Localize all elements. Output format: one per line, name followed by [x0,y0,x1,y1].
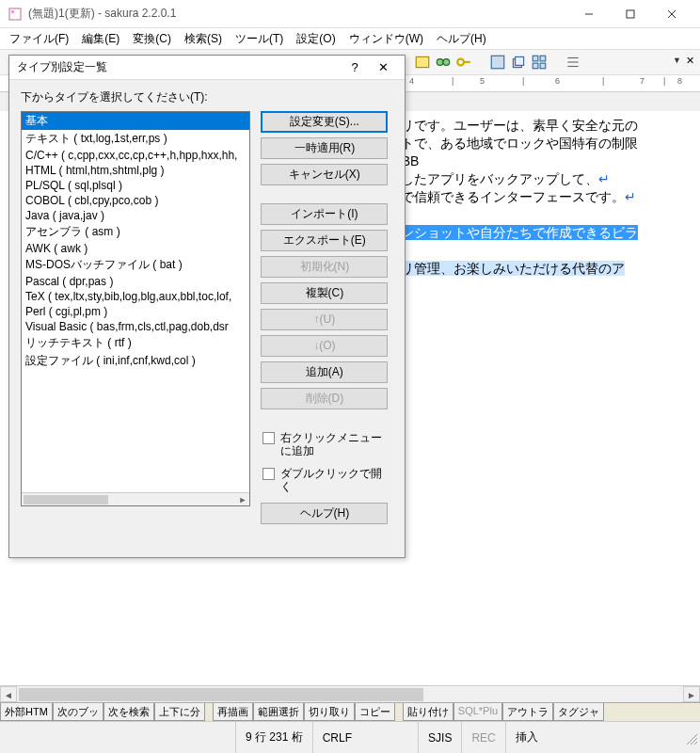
dclick-open-check[interactable]: ダブルクリックで開く [262,467,388,493]
list-item[interactable]: MS-DOSバッチファイル ( bat ) [22,256,249,274]
svg-rect-14 [533,56,538,61]
close-button[interactable] [651,1,692,27]
svg-line-22 [691,738,697,745]
list-icon[interactable] [565,54,581,71]
macro-tab[interactable]: 外部HTM [0,703,53,721]
settings-change-button[interactable]: 設定変更(S)... [261,111,388,133]
scroll-left-icon[interactable]: ◄ [0,686,17,702]
svg-line-23 [694,742,697,745]
list-item[interactable]: アセンブラ ( asm ) [22,223,249,241]
menu-item[interactable]: ヘルプ(H) [431,28,492,50]
statusbar: 9 行 231 桁 CRLF SJIS REC 挿入 [0,721,700,753]
dialog-prompt: 下からタイプを選択してください(T): [21,89,393,105]
checkbox-icon[interactable] [262,468,275,480]
list-item[interactable]: 基本 [22,112,249,130]
maximize-button[interactable] [610,1,651,27]
minimize-button[interactable] [568,1,610,27]
scroll-thumb[interactable] [24,495,108,505]
menubar: ファイル(F)編集(E)変換(C)検索(S)ツール(T)設定(O)ウィンドウ(W… [0,28,700,49]
status-position: 9 行 231 桁 [235,722,312,753]
svg-rect-13 [516,56,524,65]
list-item[interactable]: PL/SQL ( sql,plsql ) [22,178,249,193]
checkbox-icon[interactable] [262,432,275,444]
cancel-button[interactable]: キャンセル(X) [261,164,388,185]
svg-rect-15 [540,56,546,61]
list-item[interactable]: テキスト ( txt,log,1st,err,ps ) [22,130,249,148]
status-insert: 挿入 [505,722,548,753]
list-item[interactable]: Pascal ( dpr,pas ) [22,274,249,289]
list-item[interactable]: TeX ( tex,ltx,sty,bib,log,blg,aux,bbl,to… [22,289,249,304]
menu-item[interactable]: ファイル(F) [4,28,74,50]
list-item[interactable]: Perl ( cgi,pl,pm ) [22,304,249,319]
help-button[interactable]: ヘルプ(H) [261,503,388,524]
list-item[interactable]: リッチテキスト ( rtf ) [22,334,249,352]
stack-icon[interactable] [510,54,527,71]
list-item[interactable]: AWK ( awk ) [22,241,249,256]
macro-tabs: 外部HTM次のブッ次を検索上下に分再描画範囲選折切り取りコピー貼り付けSQL*P… [0,702,700,721]
binoculars-icon[interactable] [435,54,452,71]
dialog-help-button[interactable]: ? [341,60,369,74]
macro-tab[interactable]: コピー [355,703,395,721]
list-item[interactable]: 設定ファイル ( ini,inf,cnf,kwd,col ) [22,352,249,370]
add-button[interactable]: 追加(A) [261,361,388,383]
menu-item[interactable]: 変換(C) [127,28,177,50]
macro-tab[interactable]: タグジャ [553,703,604,721]
macro-tab[interactable]: 次のブッ [53,703,103,721]
move-down-button: ↓(O) [261,335,388,357]
move-up-button: ↑(U) [261,309,388,330]
editor-hscroll[interactable]: ◄ ► [0,685,700,702]
toolbar-close-icon[interactable]: ✕ [683,54,696,67]
list-item[interactable]: COBOL ( cbl,cpy,pco,cob ) [22,193,249,208]
menu-item[interactable]: 設定(O) [291,28,341,50]
macro-tab[interactable]: 切り取り [304,703,355,721]
init-button: 初期化(N) [261,256,388,278]
app-icon [8,7,23,22]
toolbar-dropdown-icon[interactable]: ▼ [673,56,681,65]
scroll-right-icon[interactable]: ► [236,493,249,506]
menu-item[interactable]: 編集(E) [76,28,125,50]
scroll-right-icon[interactable]: ► [683,686,700,702]
svg-rect-17 [540,63,546,69]
duplicate-button[interactable]: 複製(C) [261,282,388,304]
list-item[interactable]: HTML ( html,htm,shtml,plg ) [22,163,249,178]
dialog-close-button[interactable]: ✕ [369,60,397,74]
status-crlf: CRLF [312,722,361,753]
listbox-hscroll[interactable]: ◄ ► [22,492,249,505]
window-titlebar: (無題)1(更新) - sakura 2.2.0.1 [0,0,700,28]
menu-item[interactable]: ツール(T) [230,28,289,50]
macro-tab[interactable]: 再描画 [213,703,253,721]
svg-point-9 [457,59,464,66]
delete-button: 削除(D) [261,388,388,409]
scroll-thumb[interactable] [19,688,423,701]
import-button[interactable]: インポート(I) [261,203,388,225]
list-item[interactable]: Java ( java,jav ) [22,208,249,223]
menu-item[interactable]: 検索(S) [179,28,228,50]
export-button[interactable]: エクスポート(E) [261,230,388,251]
type-settings-dialog: タイプ別設定一覧 ? ✕ 下からタイプを選択してください(T): 基本テキスト … [8,55,406,558]
macro-tab[interactable]: 範囲選折 [253,703,304,721]
key-icon[interactable] [455,54,472,71]
dialog-titlebar: タイプ別設定一覧 ? ✕ [9,56,405,80]
list-item[interactable]: Visual Basic ( bas,frm,cls,ctl,pag,dob,d… [22,319,249,334]
type-listbox[interactable]: 基本テキスト ( txt,log,1st,err,ps )C/C++ ( c,c… [21,111,250,506]
macro-tab[interactable]: アウトラ [502,703,553,721]
status-encoding: SJIS [418,722,461,753]
macro-tab[interactable]: 次を検索 [103,703,154,721]
window-icon[interactable] [489,54,506,71]
svg-rect-16 [533,63,538,69]
toolbar-icon[interactable] [414,54,431,71]
list-item[interactable]: C/C++ ( c,cpp,cxx,cc,cp,c++,h,hpp,hxx,hh… [22,148,249,163]
svg-point-7 [437,59,443,66]
dialog-title: タイプ別設定一覧 [17,59,341,75]
macro-tab[interactable]: 上下に分 [154,703,205,721]
svg-rect-3 [627,10,634,18]
macro-tab[interactable]: SQL*Plu [453,703,502,721]
resize-grip-icon[interactable] [683,730,698,745]
grid-icon[interactable] [531,54,548,71]
svg-rect-6 [416,56,429,67]
svg-rect-11 [491,56,504,69]
menu-item[interactable]: ウィンドウ(W) [343,28,429,50]
macro-tab[interactable]: 貼り付け [403,703,453,721]
rclick-menu-check[interactable]: 右クリックメニューに追加 [262,431,388,457]
temp-apply-button[interactable]: 一時適用(R) [261,137,388,159]
